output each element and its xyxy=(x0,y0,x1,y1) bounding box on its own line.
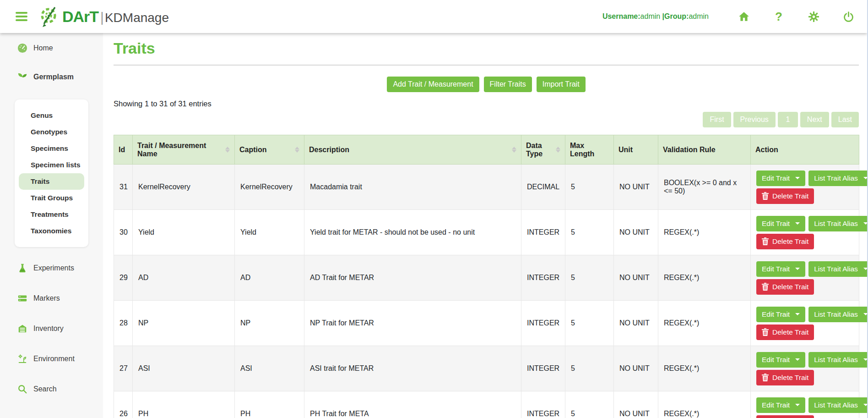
sidebar-item-environment[interactable]: Environment xyxy=(0,350,103,368)
cell-max-length: 5 xyxy=(565,255,614,301)
pagination-last-button[interactable]: Last xyxy=(831,112,859,127)
edit-trait-label: Edit Trait xyxy=(762,356,790,364)
chevron-down-icon xyxy=(863,177,867,179)
submenu-item-treatments[interactable]: Treatments xyxy=(19,206,84,223)
sort-icon[interactable] xyxy=(225,147,230,153)
submenu-item-genus[interactable]: Genus xyxy=(19,107,84,124)
header-actions: Username:admin |Group:admin ? xyxy=(602,11,854,22)
delete-trait-button[interactable]: Delete Trait xyxy=(756,188,814,204)
settings-gear-icon[interactable] xyxy=(808,11,819,22)
delete-trait-button[interactable]: Delete Trait xyxy=(756,324,814,340)
search-icon xyxy=(17,384,27,394)
sidebar-item-inventory[interactable]: Inventory xyxy=(0,319,103,338)
submenu-item-taxonomies[interactable]: Taxonomies xyxy=(19,223,84,239)
list-trait-alias-label: List Trait Alias xyxy=(814,310,858,319)
column-header-action[interactable]: Action xyxy=(751,135,859,165)
column-header-id[interactable]: Id xyxy=(114,135,133,165)
pagination-page-1-button[interactable]: 1 xyxy=(778,112,798,127)
sidebar-item-home[interactable]: Home xyxy=(0,39,103,57)
hamburger-menu-icon[interactable] xyxy=(16,12,27,21)
cell-name: PH xyxy=(133,391,235,418)
pagination-previous-button[interactable]: Previous xyxy=(733,112,776,127)
sidebar-item-markers[interactable]: Markers xyxy=(0,289,103,308)
list-trait-alias-button[interactable]: List Trait Alias xyxy=(808,397,867,413)
dart-logo-icon[interactable] xyxy=(38,6,58,28)
table-header-row: Id Trait / Measurement Name Caption Desc… xyxy=(114,135,859,165)
sort-icon[interactable] xyxy=(295,147,299,153)
submenu-item-specimens[interactable]: Specimens xyxy=(19,140,84,157)
column-label: Description xyxy=(309,146,349,154)
delete-trait-button[interactable]: Delete Trait xyxy=(756,370,814,385)
help-icon[interactable]: ? xyxy=(773,11,785,22)
column-header-data-type[interactable]: Data Type xyxy=(521,135,565,165)
edit-trait-label: Edit Trait xyxy=(762,265,790,273)
header-brand-group: DArT|KDManage xyxy=(16,6,169,28)
edit-trait-button[interactable]: Edit Trait xyxy=(756,397,805,413)
traits-table: Id Trait / Measurement Name Caption Desc… xyxy=(114,135,859,418)
seedling-icon xyxy=(17,72,27,82)
cell-action: Edit Trait List Trait Alias Delete Trait xyxy=(751,346,859,391)
cell-data-type: INTEGER xyxy=(521,346,565,391)
edit-trait-label: Edit Trait xyxy=(762,401,790,409)
cell-caption: Yield xyxy=(235,210,304,255)
column-header-caption[interactable]: Caption xyxy=(235,135,304,165)
main-content: Traits Add Trait / Measurement Filter Tr… xyxy=(103,33,867,418)
list-trait-alias-button[interactable]: List Trait Alias xyxy=(808,261,867,277)
delete-trait-button[interactable]: Delete Trait xyxy=(756,279,814,295)
trash-icon xyxy=(762,283,769,291)
app-window: DArT|KDManage Username:admin |Group:admi… xyxy=(0,0,868,418)
sort-icon[interactable] xyxy=(512,147,516,153)
power-icon[interactable] xyxy=(842,11,854,22)
cell-id: 27 xyxy=(114,346,133,391)
edit-trait-button[interactable]: Edit Trait xyxy=(756,307,805,322)
column-header-unit[interactable]: Unit xyxy=(614,135,658,165)
filter-traits-button[interactable]: Filter Traits xyxy=(484,77,532,92)
cell-id: 30 xyxy=(114,210,133,255)
sidebar-item-search[interactable]: Search xyxy=(0,380,103,398)
pagination-next-button[interactable]: Next xyxy=(800,112,829,127)
edit-trait-button[interactable]: Edit Trait xyxy=(756,352,805,368)
list-trait-alias-button[interactable]: List Trait Alias xyxy=(808,216,867,231)
brand-dart: DArT xyxy=(62,8,98,26)
list-trait-alias-button[interactable]: List Trait Alias xyxy=(808,170,867,186)
user-separator: | xyxy=(660,12,664,20)
delete-trait-button[interactable]: Delete Trait xyxy=(756,415,814,418)
column-header-validation-rule[interactable]: Validation Rule xyxy=(658,135,751,165)
column-header-name[interactable]: Trait / Measurement Name xyxy=(133,135,235,165)
cell-max-length: 5 xyxy=(565,210,614,255)
add-trait-button[interactable]: Add Trait / Measurement xyxy=(387,77,479,92)
submenu-item-genotypes[interactable]: Genotypes xyxy=(19,124,84,140)
sidebar-item-experiments[interactable]: Experiments xyxy=(0,259,103,277)
delete-trait-button[interactable]: Delete Trait xyxy=(756,234,814,249)
chevron-down-icon xyxy=(795,358,800,361)
column-header-max-length[interactable]: Max Length xyxy=(565,135,614,165)
cell-description: PH Trait for META xyxy=(304,391,521,418)
edit-trait-button[interactable]: Edit Trait xyxy=(756,261,805,277)
import-trait-button[interactable]: Import Trait xyxy=(537,77,586,92)
column-header-description[interactable]: Description xyxy=(304,135,521,165)
pagination-first-button[interactable]: First xyxy=(703,112,731,127)
sidebar: Home Germplasm Genus Genotypes Specimens… xyxy=(0,33,103,418)
cell-name: ASI xyxy=(133,346,235,391)
home-icon[interactable] xyxy=(738,11,750,22)
column-label: Unit xyxy=(618,146,633,154)
edit-trait-button[interactable]: Edit Trait xyxy=(756,216,805,231)
dashboard-icon xyxy=(17,43,27,53)
table-row: 30 Yield Yield Yield trait for METAR - s… xyxy=(114,210,859,255)
list-trait-alias-button[interactable]: List Trait Alias xyxy=(808,307,867,322)
flask-icon xyxy=(17,263,27,273)
submenu-item-trait-groups[interactable]: Trait Groups xyxy=(19,190,84,206)
column-label: Data Type xyxy=(526,142,554,158)
edit-trait-button[interactable]: Edit Trait xyxy=(756,170,805,186)
user-info: Username:admin |Group:admin xyxy=(602,12,709,21)
cell-unit: NO UNIT xyxy=(614,391,658,418)
sidebar-item-germplasm[interactable]: Germplasm xyxy=(0,68,103,86)
brand-app-name: KDManage xyxy=(105,11,169,25)
submenu-item-traits-active[interactable]: Traits xyxy=(19,173,84,190)
sort-icon[interactable] xyxy=(556,147,560,153)
list-trait-alias-label: List Trait Alias xyxy=(814,356,858,364)
list-trait-alias-button[interactable]: List Trait Alias xyxy=(808,352,867,368)
column-label: Max Length xyxy=(570,142,609,158)
submenu-item-specimen-lists[interactable]: Specimen lists xyxy=(19,157,84,173)
sidebar-item-label: Germplasm xyxy=(33,73,74,81)
